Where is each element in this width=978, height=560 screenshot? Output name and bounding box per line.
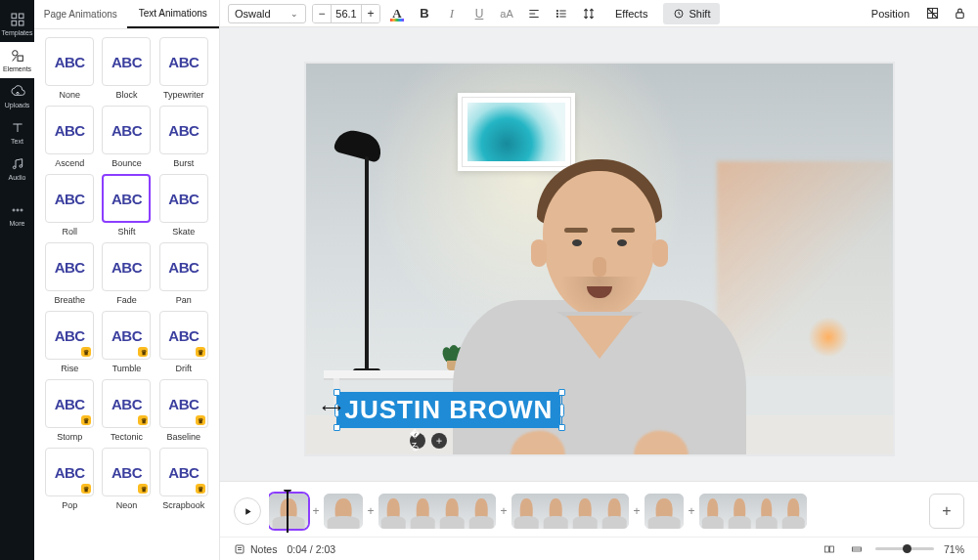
- font-size-stepper[interactable]: − 56.1 +: [312, 4, 380, 23]
- timeline-clip[interactable]: [378, 494, 496, 529]
- element-menu-button[interactable]: �る: [410, 433, 425, 449]
- animation-option-scrapbook[interactable]: ABCScrapbook: [158, 448, 209, 510]
- animation-option-roll[interactable]: ABCRoll: [44, 174, 95, 237]
- svg-point-8: [13, 209, 15, 211]
- svg-point-12: [556, 13, 557, 14]
- animation-option-stomp[interactable]: ABCStomp: [44, 379, 95, 442]
- animate-button[interactable]: Shift: [663, 3, 720, 24]
- animation-label: Block: [115, 90, 137, 100]
- play-button[interactable]: [234, 497, 261, 525]
- font-family-picker[interactable]: Oswald ⌄: [228, 4, 306, 23]
- animation-option-none[interactable]: ABCNone: [44, 37, 95, 100]
- text-case-button[interactable]: aA: [496, 3, 517, 24]
- timeline-clip[interactable]: [324, 494, 363, 529]
- transition-gap[interactable]: +: [363, 494, 378, 529]
- rail-elements[interactable]: Elements: [0, 42, 34, 78]
- timeline: +++++ +: [220, 481, 978, 537]
- list-button[interactable]: [551, 3, 572, 24]
- animation-label: Drift: [176, 364, 193, 373]
- transition-gap[interactable]: +: [308, 494, 324, 529]
- transparency-button[interactable]: [921, 3, 943, 24]
- animations-list[interactable]: ABCNoneABCBlockABCTypewriterABCAscendABC…: [34, 29, 219, 560]
- element-add-button[interactable]: ＋: [431, 433, 447, 449]
- position-button[interactable]: Position: [866, 8, 915, 20]
- notes-button[interactable]: Notes: [234, 543, 277, 555]
- animation-option-rise[interactable]: ABCRise: [44, 311, 95, 373]
- canvas-text-element[interactable]: JUSTIN BROWN: [337, 393, 561, 427]
- text-color-button[interactable]: A: [386, 3, 408, 24]
- animation-option-breathe[interactable]: ABCBreathe: [44, 242, 95, 305]
- tab-text-animations[interactable]: Text Animations: [127, 0, 220, 28]
- font-size-value[interactable]: 56.1: [331, 5, 362, 22]
- animation-option-pop[interactable]: ABCPop: [44, 448, 95, 510]
- animation-option-baseline[interactable]: ABCBaseline: [158, 379, 209, 442]
- scroll-view-button[interactable]: [848, 542, 866, 556]
- animation-option-skate[interactable]: ABCSkate: [158, 174, 209, 237]
- zoom-slider[interactable]: [875, 547, 934, 550]
- grid-view-button[interactable]: [821, 542, 838, 556]
- font-size-increase[interactable]: +: [362, 5, 379, 22]
- rail-templates[interactable]: Templates: [0, 6, 34, 42]
- animation-option-fade[interactable]: ABCFade: [101, 242, 152, 305]
- add-transition-button[interactable]: +: [630, 504, 644, 518]
- transition-gap[interactable]: +: [629, 494, 645, 529]
- svg-point-13: [556, 16, 557, 17]
- svg-rect-3: [19, 21, 23, 25]
- add-transition-button[interactable]: +: [364, 504, 378, 518]
- transition-gap[interactable]: +: [684, 494, 699, 529]
- spacing-button[interactable]: [578, 3, 600, 24]
- bold-button[interactable]: B: [414, 3, 435, 24]
- add-transition-button[interactable]: +: [497, 504, 511, 518]
- italic-button[interactable]: I: [441, 3, 463, 24]
- play-icon: [243, 506, 253, 517]
- animation-label: Tectonic: [111, 432, 143, 442]
- timeline-clip[interactable]: [511, 494, 629, 529]
- animation-option-burst[interactable]: ABCBurst: [158, 106, 209, 168]
- rail-more[interactable]: More: [0, 196, 34, 233]
- chevron-down-icon: ⌄: [290, 9, 298, 19]
- lock-button[interactable]: [949, 3, 970, 24]
- add-transition-button[interactable]: +: [685, 504, 698, 518]
- timeline-clip[interactable]: [645, 494, 684, 529]
- animations-panel: Page Animations Text Animations ABCNoneA…: [34, 0, 220, 560]
- animation-label: Neon: [116, 500, 138, 510]
- animation-thumb: ABC: [102, 174, 151, 223]
- timeline-clips[interactable]: +++++: [269, 490, 921, 533]
- add-transition-button[interactable]: +: [309, 504, 323, 518]
- animation-option-drift[interactable]: ABCDrift: [158, 311, 209, 373]
- timeline-clip[interactable]: [699, 494, 807, 529]
- animation-option-block[interactable]: ABCBlock: [101, 37, 152, 100]
- rail-label: Elements: [3, 65, 31, 72]
- animation-option-ascend[interactable]: ABCAscend: [44, 106, 95, 168]
- animation-option-bounce[interactable]: ABCBounce: [101, 106, 152, 168]
- animation-option-tumble[interactable]: ABCTumble: [101, 311, 152, 373]
- animation-option-typewriter[interactable]: ABCTypewriter: [158, 37, 209, 100]
- timeline-clip[interactable]: [269, 494, 308, 529]
- svg-rect-0: [12, 14, 17, 19]
- svg-rect-17: [236, 545, 244, 553]
- zoom-slider-knob[interactable]: [903, 544, 911, 553]
- font-size-decrease[interactable]: −: [313, 5, 331, 22]
- effects-button[interactable]: Effects: [605, 3, 657, 24]
- animation-thumb: ABC: [159, 106, 208, 154]
- premium-crown-icon: [81, 347, 91, 357]
- canvas-stage[interactable]: JUSTIN BROWN ⟷ �る ＋: [220, 27, 978, 481]
- animation-thumb: ABC: [159, 242, 208, 291]
- rail-text[interactable]: Text: [0, 114, 34, 151]
- alignment-button[interactable]: [523, 3, 545, 24]
- animation-label: Burst: [173, 158, 194, 168]
- tab-page-animations[interactable]: Page Animations: [34, 0, 127, 28]
- animation-option-tectonic[interactable]: ABCTectonic: [101, 379, 152, 442]
- animation-option-neon[interactable]: ABCNeon: [101, 448, 152, 510]
- animation-label: Ascend: [55, 158, 84, 168]
- animation-option-shift[interactable]: ABCShift: [101, 174, 152, 237]
- canvas[interactable]: JUSTIN BROWN ⟷ �る ＋: [306, 64, 893, 454]
- animation-option-pan[interactable]: ABCPan: [158, 242, 209, 305]
- transition-gap[interactable]: +: [496, 494, 511, 529]
- rail-audio[interactable]: Audio: [0, 151, 34, 187]
- add-page-button[interactable]: +: [929, 494, 964, 529]
- svg-point-7: [20, 165, 22, 168]
- animation-thumb: ABC: [159, 37, 208, 86]
- rail-uploads[interactable]: Uploads: [0, 78, 34, 114]
- underline-button[interactable]: U: [468, 3, 490, 24]
